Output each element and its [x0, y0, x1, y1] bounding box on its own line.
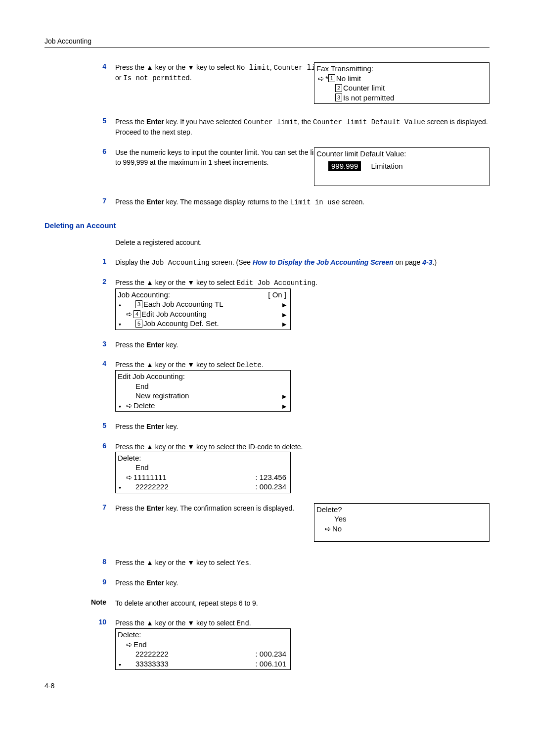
submenu-arrow-icon: [282, 391, 288, 401]
step-text: Use the numeric keys to input the counte…: [115, 147, 328, 168]
step-number: 8: [44, 558, 115, 568]
lcd-delete-confirm: Delete? Yes No: [314, 503, 490, 542]
step-text: Press the ▲ key or the ▼ key to select t…: [115, 442, 328, 452]
option-number-icon: 3: [335, 94, 342, 101]
lcd-status: [ On ]: [268, 290, 288, 300]
lcd-value-label: Limitation: [371, 162, 402, 170]
option-number-icon: 3: [135, 300, 142, 308]
scroll-indicator: [117, 462, 122, 492]
option-number-icon: 5: [135, 320, 142, 328]
lcd-item-label: Each Job Accounting TL: [143, 299, 223, 309]
lcd-item-label: Is not permitted: [343, 93, 394, 103]
lcd-item-value: : 123.456: [255, 472, 288, 482]
lcd-item-label: No: [332, 524, 342, 534]
lcd-item: 4 Edit Job Accounting: [118, 309, 288, 319]
section-intro: Delete a registered account.: [115, 237, 490, 247]
lcd-item: 33333333 : 006.101: [118, 659, 288, 669]
lcd-title: Edit Job Accounting:: [118, 372, 288, 381]
step-text: Display the Job Accounting screen. (See …: [115, 257, 490, 268]
step-number: 7: [44, 197, 115, 207]
lcd-item: 22222222 : 000.234: [118, 482, 288, 492]
lcd-delete-end: Delete: End 22222222 : 000.234 33333333 …: [115, 628, 291, 670]
lcd-title: Delete:: [118, 453, 288, 463]
lcd-item-value: : 000.234: [255, 482, 288, 492]
lcd-item-label: Yes: [334, 514, 346, 524]
step-number: 4: [44, 62, 115, 107]
lcd-delete-list: Delete: End 11111111 : 123.456 22222222 …: [115, 452, 291, 493]
step-number: 6: [44, 442, 115, 493]
submenu-arrow-icon: [282, 309, 288, 319]
lcd-item: Delete: [118, 401, 288, 411]
option-number-icon: 1: [328, 74, 335, 82]
lcd-item: * 1 No limit: [316, 74, 487, 84]
lcd-item-label: Edit Job Accounting: [141, 309, 207, 319]
step-number: 3: [44, 340, 115, 350]
submenu-arrow-icon: [282, 299, 288, 309]
lcd-item: 3 Each Job Accounting TL: [118, 299, 288, 309]
step-text: Press the ▲ key or the ▼ key to select Y…: [115, 558, 490, 568]
lcd-item: New registration: [118, 391, 288, 401]
step-text: Press the Enter key. If you have selecte…: [115, 117, 490, 138]
section-heading: Deleting an Account: [44, 221, 490, 230]
scroll-indicator: [117, 380, 122, 410]
lcd-item-value: : 006.101: [255, 659, 288, 669]
lcd-item-label: No limit: [336, 74, 361, 84]
lcd-item: 5 Job Accountg Def. Set.: [118, 319, 288, 329]
lcd-item-label: Job Accountg Def. Set.: [143, 319, 219, 329]
step-number: [44, 237, 115, 247]
option-number-icon: 2: [335, 84, 342, 92]
step-number: 7: [44, 503, 115, 548]
lcd-item: 11111111 : 123.456: [118, 472, 288, 482]
cursor-arrow-icon: [125, 472, 134, 482]
lcd-item-label: Delete: [134, 401, 155, 411]
lcd-title-row: Job Accounting: [ On ]: [118, 290, 288, 300]
lcd-edit-job-accounting: Edit Job Accounting: End New registratio…: [115, 370, 291, 412]
step-text: Press the ▲ key or the ▼ key to select E…: [115, 618, 328, 628]
submenu-arrow-icon: [282, 401, 288, 411]
step-text: Press the ▲ key or the ▼ key to select E…: [115, 278, 328, 288]
cursor-arrow-icon: [125, 309, 134, 319]
step-number: 2: [44, 278, 115, 330]
step-text: Press the Enter key. The message display…: [115, 197, 490, 207]
option-number-icon: 4: [134, 310, 140, 318]
step-number: 5: [44, 422, 115, 431]
step-text: To delete another account, repeat steps …: [115, 598, 490, 608]
lcd-job-accounting: Job Accounting: [ On ] 3 Each Job Accoun…: [115, 288, 291, 330]
cursor-arrow-icon: [125, 640, 134, 650]
lcd-item: 2 Counter limit: [316, 83, 487, 93]
lcd-title: Fax Transmitting:: [316, 64, 487, 74]
scroll-indicator: [117, 639, 122, 668]
lcd-item-label: End: [134, 640, 147, 650]
lcd-item-label: 22222222: [135, 649, 169, 659]
page-header: Job Accounting: [44, 37, 490, 45]
cursor-arrow-icon: [125, 401, 134, 411]
submenu-arrow-icon: [282, 319, 288, 329]
lcd-item: Yes: [316, 514, 487, 524]
lcd-item-value: : 000.234: [255, 649, 288, 659]
lcd-value-row: 999.999 Limitation: [316, 158, 487, 171]
lcd-title: Counter limit Default Value:: [316, 149, 487, 159]
lcd-counter-limit: Counter limit Default Value: 999.999 Lim…: [314, 147, 490, 186]
step-number: 6: [44, 147, 115, 187]
lcd-item: End: [118, 381, 288, 391]
lcd-item-label: End: [135, 381, 149, 391]
lcd-title: Delete:: [118, 630, 288, 640]
header-rule: [44, 47, 490, 47]
step-number: 4: [44, 360, 115, 412]
step-text: Press the ▲ key or the ▼ key to select D…: [115, 360, 328, 370]
step-number: 10: [44, 618, 115, 670]
lcd-item-label: End: [135, 463, 149, 472]
cursor-arrow-icon: [316, 74, 325, 84]
lcd-item-label: 11111111: [134, 472, 167, 482]
step-number: 1: [44, 257, 115, 268]
step-number: 9: [44, 578, 115, 588]
lcd-value-highlight: 999.999: [328, 161, 361, 171]
lcd-item: No: [316, 524, 487, 534]
page-number: 4-8: [44, 682, 54, 690]
lcd-item: 22222222 : 000.234: [118, 649, 288, 659]
lcd-item-label: 33333333: [135, 659, 169, 669]
lcd-title: Job Accounting:: [118, 290, 170, 300]
lcd-item-label: New registration: [135, 391, 189, 401]
lcd-fax-transmitting: Fax Transmitting: * 1 No limit 2 Counter…: [314, 62, 490, 104]
step-text: Press the Enter key.: [115, 578, 490, 588]
